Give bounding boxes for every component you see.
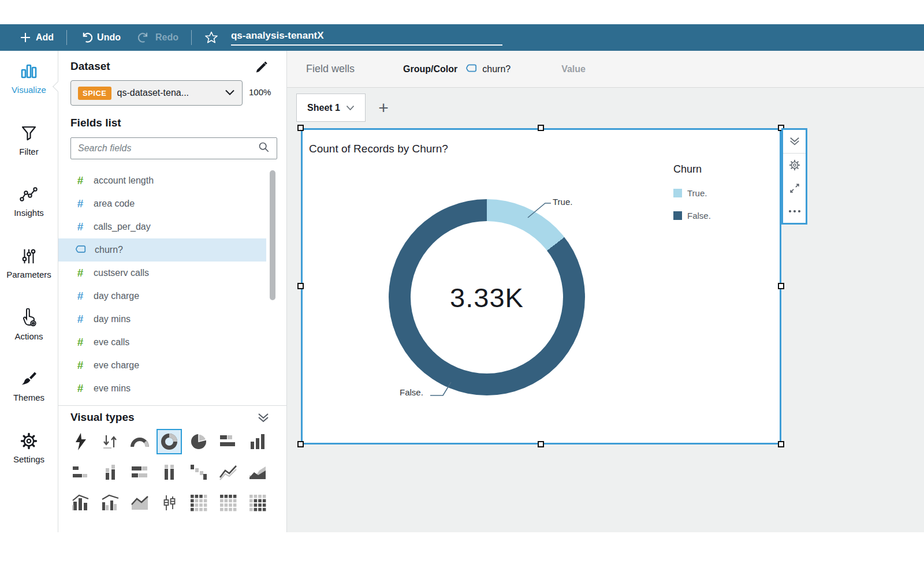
search-fields-box <box>70 137 277 159</box>
visual-type-gauge-icon[interactable] <box>130 432 150 451</box>
visual-type-vertical-stacked-bar-icon[interactable] <box>100 462 120 482</box>
add-sheet-button[interactable]: + <box>372 97 394 119</box>
toolbar-divider <box>66 30 67 45</box>
field-item-day-mins[interactable]: #day mins <box>58 308 266 331</box>
visual-type-box-plot-icon[interactable] <box>159 493 179 513</box>
redo-button[interactable]: Redo <box>138 31 178 44</box>
visual-type-combo-bar-line-icon[interactable] <box>71 493 91 513</box>
resize-handle-e[interactable] <box>778 283 784 289</box>
field-label: day mins <box>94 314 131 324</box>
group-color-well[interactable]: Group/Color churn? <box>403 64 511 75</box>
toolbar: Add Undo Redo qs-analysis-tenantX <box>0 24 924 51</box>
field-label: calls_per_day <box>94 222 151 232</box>
analysis-title-input[interactable]: qs-analysis-tenantX <box>231 30 502 46</box>
more-options-ellipsis-icon[interactable] <box>783 200 806 223</box>
group-color-label: Group/Color <box>403 64 457 74</box>
string-field-icon <box>465 64 478 75</box>
paintbrush-icon <box>0 368 58 390</box>
field-item-area-code[interactable]: #area code <box>58 192 266 215</box>
numeric-field-icon: # <box>75 174 85 187</box>
slice-label-false: False. <box>400 387 423 397</box>
visual-type-area-chart-icon[interactable] <box>248 462 267 482</box>
visual-type-auto-graph-icon[interactable] <box>71 432 91 451</box>
visual-types-grid <box>71 432 274 513</box>
search-fields-input[interactable] <box>71 143 258 154</box>
visual-type-vertical-bar-pair-icon[interactable] <box>159 462 179 482</box>
field-item-eve-charge[interactable]: #eve charge <box>58 354 266 377</box>
sheet-canvas: Field wells Group/Color churn? Value She… <box>287 51 924 532</box>
visual-type-horizontal-stacked-bar-icon[interactable] <box>130 462 150 482</box>
funnel-icon <box>0 122 58 144</box>
sidebar-item-visualize[interactable]: Visualize <box>0 61 58 95</box>
field-label: custserv calls <box>94 268 149 278</box>
redo-label: Redo <box>155 32 178 43</box>
sidebar-item-themes[interactable]: Themes <box>0 368 58 402</box>
dataset-selector[interactable]: SPICE qs-dataset-tena... <box>70 80 243 106</box>
sidebar-item-parameters[interactable]: Parameters <box>0 245 58 279</box>
sidebar-item-settings[interactable]: Settings <box>0 430 58 464</box>
visual-types-heading: Visual types <box>70 411 135 424</box>
field-label: eve calls <box>94 337 129 348</box>
visual-title: Count of Records by Churn? <box>309 143 448 155</box>
sidebar-item-label: Filter <box>0 147 58 156</box>
field-label: area code <box>94 199 135 209</box>
visual-type-vertical-bar-icon[interactable] <box>248 432 267 451</box>
resize-handle-w[interactable] <box>297 283 304 289</box>
expand-visual-icon[interactable] <box>783 177 806 200</box>
resize-handle-n[interactable] <box>538 125 544 131</box>
visual-settings-gear-icon[interactable] <box>783 154 806 177</box>
fields-scrollbar[interactable] <box>270 170 275 300</box>
sidebar-item-filter[interactable]: Filter <box>0 122 58 156</box>
field-wells-label[interactable]: Field wells <box>306 63 355 75</box>
field-item-account-length[interactable]: #account length <box>58 169 266 192</box>
visual-type-combo-clustered-icon[interactable] <box>100 493 120 513</box>
visual-type-horizontal-bar-small-icon[interactable] <box>71 462 91 482</box>
visual-type-donut-chart-icon[interactable] <box>159 432 179 451</box>
resize-handle-nw[interactable] <box>297 125 304 131</box>
numeric-field-icon: # <box>75 197 85 210</box>
legend-item-false[interactable]: False. <box>673 211 772 221</box>
visual-type-line-chart-icon[interactable] <box>218 462 238 482</box>
numeric-field-icon: # <box>75 221 85 233</box>
field-item-day-charge[interactable]: #day charge <box>58 285 266 308</box>
add-button[interactable]: Add <box>20 32 54 43</box>
collapse-visual-icon[interactable] <box>783 130 806 153</box>
sheet-tab[interactable]: Sheet 1 <box>296 94 366 122</box>
legend-item-true[interactable]: True. <box>673 188 772 198</box>
visual-type-pivot-table-icon[interactable] <box>218 493 238 513</box>
search-icon <box>258 141 277 155</box>
favorite-star-icon[interactable] <box>204 31 218 44</box>
edit-dataset-pencil-icon[interactable] <box>253 59 268 76</box>
field-item-eve-calls[interactable]: #eve calls <box>58 331 266 354</box>
visual-type-table-icon[interactable] <box>248 493 267 513</box>
undo-button[interactable]: Undo <box>80 31 121 44</box>
sidebar-item-insights[interactable]: Insights <box>0 184 58 218</box>
panel-divider <box>58 405 287 406</box>
donut-chart-visual[interactable]: Count of Records by Churn? 3.33K True. F… <box>301 128 781 445</box>
numeric-field-icon: # <box>75 359 85 372</box>
legend-label-true: True. <box>687 188 707 198</box>
hand-gear-icon <box>0 307 58 329</box>
field-wells-bar: Field wells Group/Color churn? Value <box>287 51 924 88</box>
sliders-icon <box>0 245 58 267</box>
resize-handle-sw[interactable] <box>297 441 304 447</box>
redo-icon <box>138 31 151 44</box>
resize-handle-se[interactable] <box>778 441 784 447</box>
collapse-visual-types-icon[interactable] <box>256 412 270 425</box>
visual-type-heat-map-icon[interactable] <box>189 493 208 513</box>
string-field-icon <box>75 245 87 256</box>
visual-type-horizontal-bar-icon[interactable] <box>218 432 238 451</box>
field-item-calls-per-day[interactable]: #calls_per_day <box>58 215 266 238</box>
visual-type-kpi-icon[interactable] <box>100 432 120 451</box>
visual-type-waterfall-icon[interactable] <box>189 462 208 482</box>
visual-type-pie-chart-icon[interactable] <box>189 432 208 451</box>
donut-ring[interactable]: 3.33K <box>389 199 585 395</box>
field-item-churn-[interactable]: churn? <box>58 238 266 262</box>
field-item-eve-mins[interactable]: #eve mins <box>58 377 266 400</box>
resize-handle-s[interactable] <box>538 441 544 447</box>
sidebar-item-actions[interactable]: Actions <box>0 307 58 341</box>
value-well[interactable]: Value <box>561 64 586 74</box>
visual-type-stacked-area-line-icon[interactable] <box>130 493 150 513</box>
field-label: day charge <box>94 291 139 301</box>
field-item-custserv-calls[interactable]: #custserv calls <box>58 262 266 285</box>
